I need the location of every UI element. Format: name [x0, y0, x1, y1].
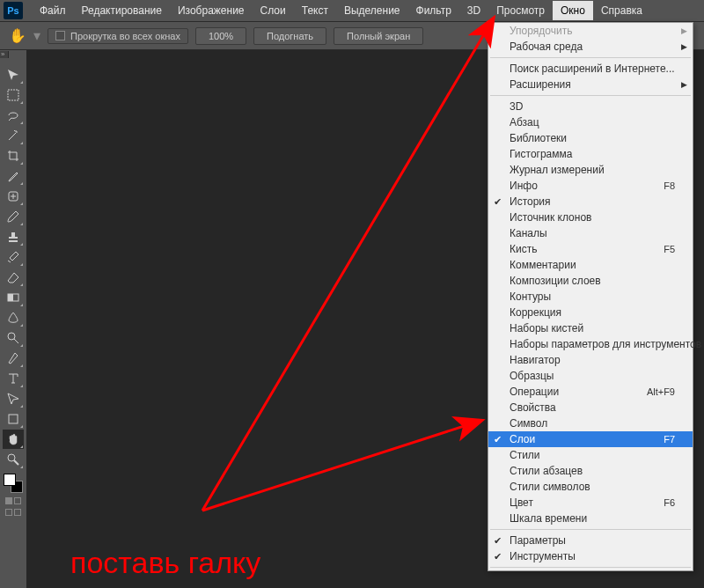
- fit-screen-button[interactable]: Подогнать: [253, 27, 326, 45]
- menu-entry-комментарии[interactable]: Комментарии: [488, 257, 693, 273]
- pen-tool[interactable]: [3, 349, 24, 368]
- menu-entry-цвет[interactable]: ЦветF6: [488, 495, 693, 511]
- screen-mode-toggle[interactable]: [4, 509, 23, 518]
- menu-entry-гистограмма[interactable]: Гистограмма: [488, 146, 693, 162]
- brush-tool[interactable]: [3, 207, 24, 226]
- menu-item-справка[interactable]: Справка: [593, 1, 650, 20]
- full-screen-button[interactable]: Полный экран: [334, 27, 423, 45]
- svg-rect-5: [9, 415, 18, 423]
- menu-item-3d[interactable]: 3D: [459, 1, 488, 20]
- menu-entry-коррекция[interactable]: Коррекция: [488, 305, 693, 320]
- hand-tool[interactable]: [3, 430, 24, 449]
- menu-entry-стили[interactable]: Стили: [488, 447, 693, 463]
- menu-item-окно[interactable]: Окно: [553, 1, 593, 20]
- menu-entry-навигатор[interactable]: Навигатор: [488, 352, 693, 368]
- svg-rect-0: [8, 90, 18, 100]
- crop-tool[interactable]: [3, 146, 24, 165]
- menu-item-слои[interactable]: Слои: [253, 1, 294, 20]
- svg-rect-3: [8, 294, 13, 301]
- menu-item-текст[interactable]: Текст: [294, 1, 336, 20]
- menu-entry-стили-символов[interactable]: Стили символов: [488, 479, 693, 495]
- quick-mask-toggle[interactable]: [4, 497, 23, 506]
- collapsed-panels-toggle[interactable]: [0, 51, 9, 58]
- menu-entry-контуры[interactable]: Контуры: [488, 289, 693, 305]
- svg-point-4: [8, 333, 15, 340]
- menu-entry-история[interactable]: ✔История: [488, 194, 693, 209]
- menu-separator: [490, 567, 691, 568]
- color-swatches[interactable]: [4, 474, 23, 493]
- menu-entry-3d[interactable]: 3D: [488, 99, 693, 114]
- history-tool[interactable]: [3, 247, 24, 267]
- menu-entry-поиск-расширений-в-интернете...[interactable]: Поиск расширений в Интернете...: [488, 61, 693, 77]
- marquee-tool[interactable]: [3, 85, 24, 105]
- eyedrop-tool[interactable]: [3, 166, 24, 186]
- checkbox-label: Прокрутка во всех окнах: [70, 31, 180, 41]
- menu-entry-каналы[interactable]: Каналы: [488, 225, 693, 241]
- menu-entry-рабочая-среда[interactable]: Рабочая среда▶: [488, 39, 693, 55]
- menu-entry-абзац[interactable]: Абзац: [488, 114, 693, 130]
- dodge-tool[interactable]: [3, 328, 24, 348]
- menu-entry-операции[interactable]: ОперацииAlt+F9: [488, 384, 693, 400]
- menu-entry-инструменты[interactable]: ✔Инструменты: [488, 548, 693, 564]
- menu-item-редактирование[interactable]: Редактирование: [74, 1, 170, 20]
- menu-entry-упорядочить: Упорядочить▶: [488, 23, 693, 39]
- menu-separator: [490, 95, 691, 96]
- menu-entry-кисть[interactable]: КистьF5: [488, 241, 693, 257]
- menu-item-файл[interactable]: Файл: [32, 1, 74, 20]
- stamp-tool[interactable]: [3, 227, 24, 246]
- window-menu-dropdown: Упорядочить▶Рабочая среда▶Поиск расширен…: [488, 22, 693, 571]
- menu-entry-библиотеки[interactable]: Библиотеки: [488, 130, 693, 146]
- menu-entry-расширения[interactable]: Расширения▶: [488, 77, 693, 92]
- type-tool[interactable]: [3, 369, 24, 388]
- menu-item-просмотр[interactable]: Просмотр: [488, 1, 553, 20]
- menu-entry-композиции-слоев[interactable]: Композиции слоев: [488, 273, 693, 289]
- menu-item-выделение[interactable]: Выделение: [336, 1, 408, 20]
- menu-item-изображение[interactable]: Изображение: [170, 1, 253, 20]
- menu-separator: [490, 57, 691, 58]
- menu-entry-наборы-кистей[interactable]: Наборы кистей: [488, 320, 693, 336]
- tools-panel: [0, 62, 26, 523]
- zoom-tool[interactable]: [3, 450, 24, 469]
- menu-entry-слои[interactable]: ✔СлоиF7: [488, 431, 693, 447]
- scroll-all-windows-checkbox[interactable]: Прокрутка во всех окнах: [48, 28, 188, 44]
- app-logo: Ps: [4, 2, 23, 19]
- blur-tool[interactable]: [3, 308, 24, 327]
- wand-tool[interactable]: [3, 126, 24, 145]
- menu-separator: [490, 529, 691, 530]
- menu-entry-образцы[interactable]: Образцы: [488, 368, 693, 384]
- menu-entry-шкала-времени[interactable]: Шкала времени: [488, 511, 693, 526]
- menu-entry-источник-клонов[interactable]: Источник клонов: [488, 209, 693, 225]
- menu-entry-символ[interactable]: Символ: [488, 415, 693, 431]
- shape-tool[interactable]: [3, 409, 24, 429]
- path-tool[interactable]: [3, 389, 24, 408]
- svg-point-6: [8, 454, 15, 461]
- hand-tool-preset-icon[interactable]: ✋: [9, 27, 26, 45]
- menu-entry-инфо[interactable]: ИнфоF8: [488, 178, 693, 194]
- eraser-tool[interactable]: [3, 268, 24, 287]
- gradient-tool[interactable]: [3, 288, 24, 307]
- menu-entry-журнал-измерений[interactable]: Журнал измерений: [488, 162, 693, 178]
- menu-entry-стили-абзацев[interactable]: Стили абзацев: [488, 463, 693, 479]
- menubar: Ps ФайлРедактированиеИзображениеСлоиТекс…: [0, 0, 704, 22]
- menu-entry-свойства[interactable]: Свойства: [488, 400, 693, 415]
- menu-entry-наборы-параметров-для-инструментов[interactable]: Наборы параметров для инструментов: [488, 336, 693, 352]
- zoom-100-button[interactable]: 100%: [195, 27, 246, 45]
- heal-tool[interactable]: [3, 187, 24, 206]
- move-tool[interactable]: [3, 65, 24, 85]
- menu-entry-параметры[interactable]: ✔Параметры: [488, 533, 693, 548]
- menu-item-фильтр[interactable]: Фильтр: [408, 1, 459, 20]
- lasso-tool[interactable]: [3, 106, 24, 125]
